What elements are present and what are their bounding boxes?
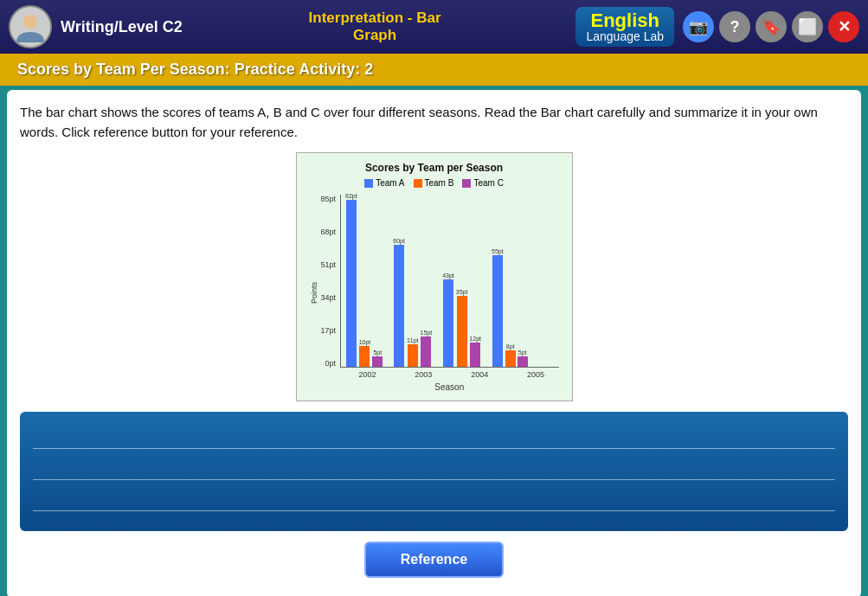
avatar [9, 5, 52, 48]
season-group-2004: 43pt35pt12pt [442, 272, 481, 367]
bar-2005-team-a: 55pt [492, 248, 504, 367]
x-labels: 2002200320042005 [340, 370, 558, 379]
chart-wrapper: Scores by Team per Season Team A Team B … [296, 152, 573, 401]
bar-2002-team-c: 5pt [372, 349, 383, 367]
bar-2005-team-b: 8pt [505, 343, 516, 367]
svg-point-0 [23, 15, 37, 29]
chart-body: Points 85pt 68pt 51pt 34pt 17pt 0pt 82pt… [310, 195, 559, 392]
brand-lab: Language Lab [586, 30, 664, 42]
y-axis-label: Points [310, 282, 318, 304]
season-group-2003: 60pt11pt15pt [393, 238, 432, 367]
header: Writing/Level C2 Interpretation - Bar Gr… [0, 0, 868, 54]
header-icons: 📷 ? 🔖 ⬜ ✕ [683, 11, 859, 42]
legend-team-b: Team B [414, 178, 454, 188]
help-icon[interactable]: ? [719, 11, 750, 42]
text-line-1 [33, 425, 835, 449]
bar-2004-team-b: 35pt [456, 289, 468, 367]
bar-2003-team-c: 15pt [421, 330, 433, 367]
brand-english: English [591, 11, 659, 30]
bar-2003-team-b: 11pt [407, 337, 419, 367]
bar-2003-team-a: 60pt [393, 238, 405, 367]
season-group-2005: 55pt8pt5pt [492, 248, 528, 367]
x-axis-label: Season [340, 382, 558, 392]
legend-team-a: Team A [364, 178, 404, 188]
bookmark-icon[interactable]: 🔖 [755, 11, 787, 42]
chart-legend: Team A Team B Team C [310, 178, 559, 188]
chart-title: Scores by Team per Season [310, 162, 559, 174]
bars-and-labels: 82pt10pt5pt60pt11pt15pt43pt35pt12pt55pt8… [340, 195, 558, 392]
camera-icon[interactable]: 📷 [683, 11, 714, 42]
instruction-text: The bar chart shows the scores of teams … [20, 103, 848, 142]
header-title: Writing/Level C2 [61, 18, 183, 36]
y-axis: 85pt 68pt 51pt 34pt 17pt 0pt [321, 195, 337, 368]
ref-btn-row: Reference [20, 542, 848, 578]
text-line-2 [33, 456, 835, 480]
bar-2004-team-a: 43pt [442, 272, 454, 367]
bar-2002-team-a: 82pt [345, 193, 357, 367]
bar-2004-team-c: 12pt [469, 336, 481, 367]
close-icon[interactable]: ✕ [828, 11, 859, 42]
season-group-2002: 82pt10pt5pt [345, 193, 383, 367]
header-subtitle: Interpretation - Bar Graph [191, 10, 559, 45]
bar-2005-team-c: 5pt [518, 349, 528, 367]
legend-team-c: Team C [462, 178, 503, 188]
bars-row: 82pt10pt5pt60pt11pt15pt43pt35pt12pt55pt8… [340, 195, 558, 368]
text-input-area[interactable] [20, 412, 848, 531]
title-bar: Scores by Team Per Season: Practice Acti… [0, 54, 868, 86]
main-content: The bar chart shows the scores of teams … [7, 90, 861, 596]
header-brand: English Language Lab [575, 7, 674, 47]
text-line-3 [33, 487, 835, 511]
share-icon[interactable]: ⬜ [792, 11, 823, 42]
reference-button[interactable]: Reference [364, 542, 504, 578]
bar-2002-team-b: 10pt [359, 339, 371, 367]
chart-container: Scores by Team per Season Team A Team B … [20, 152, 848, 401]
